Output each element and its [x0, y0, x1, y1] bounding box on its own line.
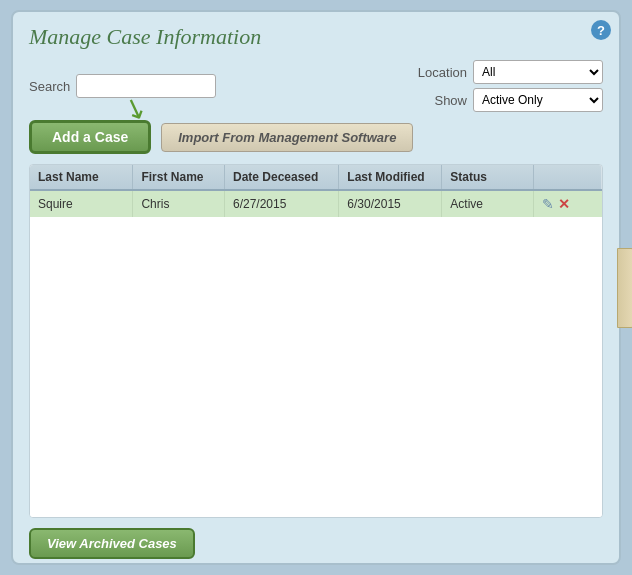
cases-table-container: Last Name First Name Date Deceased Last …	[29, 164, 603, 518]
cell-last-name: Squire	[30, 190, 133, 217]
col-header-last-name: Last Name	[30, 165, 133, 190]
location-label: Location	[417, 65, 467, 80]
edit-icon[interactable]: ✎	[542, 196, 554, 212]
col-header-last-modified: Last Modified	[339, 165, 442, 190]
cell-status: Active	[442, 190, 534, 217]
import-button[interactable]: Import From Management Software	[161, 123, 413, 152]
page-title: Manage Case Information	[29, 24, 603, 50]
show-filter-row: Show Active Only All Inactive Only	[417, 88, 603, 112]
delete-icon[interactable]: ✕	[558, 196, 570, 212]
buttons-row: ↘ Add a Case Import From Management Soft…	[29, 120, 603, 154]
col-header-first-name: First Name	[133, 165, 225, 190]
table-header-row: Last Name First Name Date Deceased Last …	[30, 165, 602, 190]
help-icon[interactable]: ?	[591, 20, 611, 40]
add-case-button[interactable]: Add a Case	[29, 120, 151, 154]
controls-row: Search Location All Show Active Only All…	[29, 60, 603, 112]
show-label: Show	[417, 93, 467, 108]
table-body-spacer	[30, 217, 602, 517]
search-label: Search	[29, 79, 70, 94]
cell-first-name: Chris	[133, 190, 225, 217]
col-header-date-deceased: Date Deceased	[224, 165, 338, 190]
cell-actions: ✎ ✕	[533, 190, 602, 217]
location-show-group: Location All Show Active Only All Inacti…	[417, 60, 603, 112]
main-panel: ? Manage Case Information Search Locatio…	[11, 10, 621, 565]
cases-table: Last Name First Name Date Deceased Last …	[30, 165, 602, 517]
col-header-status: Status	[442, 165, 534, 190]
empty-spacer-row	[30, 217, 602, 517]
cell-last-modified: 6/30/2015	[339, 190, 442, 217]
action-icons: ✎ ✕	[542, 196, 594, 212]
search-input[interactable]	[76, 74, 216, 98]
search-group: Search	[29, 74, 216, 98]
show-select[interactable]: Active Only All Inactive Only	[473, 88, 603, 112]
view-archived-button[interactable]: View Archived Cases	[29, 528, 195, 559]
cell-date-deceased: 6/27/2015	[224, 190, 338, 217]
scroll-tab[interactable]	[617, 248, 632, 328]
location-select[interactable]: All	[473, 60, 603, 84]
location-filter-row: Location All	[417, 60, 603, 84]
table-row: Squire Chris 6/27/2015 6/30/2015 Active …	[30, 190, 602, 217]
col-header-actions	[533, 165, 602, 190]
